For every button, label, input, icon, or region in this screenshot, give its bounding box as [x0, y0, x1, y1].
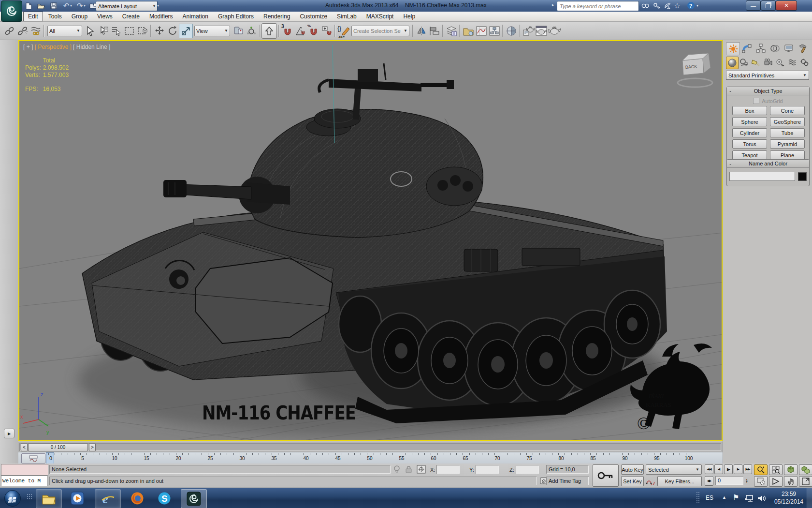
menu-simlab[interactable]: SimLab [333, 12, 361, 21]
absolute-offset-toggle-icon[interactable] [417, 465, 426, 475]
angle-snap-toggle-icon[interactable] [294, 24, 307, 38]
tray-expand-icon[interactable]: ▲ [722, 495, 726, 500]
subtab-space-warps[interactable] [786, 57, 798, 68]
viewcube[interactable]: BACK [678, 53, 712, 87]
perspective-viewport[interactable]: IÑAKI KARRAS © BACK x z y [ + ] [ Perspe… [18, 40, 723, 441]
previous-frame-playback-button[interactable]: ◀ [714, 464, 723, 474]
subscription-key-icon[interactable] [652, 1, 662, 10]
create-cylinder-button[interactable]: Cylinder [732, 128, 767, 137]
zoom-extents-button[interactable] [784, 464, 798, 475]
subtab-lights[interactable] [750, 57, 762, 68]
help-dropdown-arrow[interactable]: ▾ [695, 1, 700, 10]
toolbar-flyout-button[interactable]: ▾ [155, 1, 161, 10]
subtab-shapes[interactable] [738, 57, 750, 68]
go-to-start-button[interactable]: ◀◀ [705, 464, 713, 474]
autogrid-checkbox[interactable] [753, 98, 759, 104]
next-frame-button[interactable]: > [89, 443, 96, 451]
menu-help[interactable]: Help [399, 12, 420, 21]
edit-named-selection-sets-icon[interactable]: ABC {} [337, 24, 350, 38]
object-type-rollout-header[interactable]: - Object Type [727, 87, 809, 95]
key-mode-toggle-button[interactable]: ◀▶ [705, 476, 713, 486]
viewport-pov-menu[interactable]: [ Perspective ] [35, 44, 72, 50]
create-box-button[interactable]: Box [732, 106, 767, 115]
primitive-category-dropdown[interactable]: Standard Primitives ▼ [726, 71, 809, 80]
render-setup-icon[interactable] [522, 24, 535, 38]
create-geosphere-button[interactable]: GeoSphere [770, 117, 805, 126]
create-sphere-button[interactable]: Sphere [732, 117, 767, 126]
orbit-maximize-button[interactable] [799, 476, 812, 487]
network-icon[interactable] [744, 494, 754, 504]
go-to-end-button[interactable]: ▶▶ [743, 464, 752, 474]
subtab-helpers[interactable] [774, 57, 786, 68]
save-file-button[interactable] [48, 1, 59, 10]
menu-modifiers[interactable]: Modifiers [145, 12, 177, 21]
select-and-rotate-icon[interactable] [166, 24, 179, 38]
menu-views[interactable]: Views [93, 12, 117, 21]
taskbar-internet-explorer[interactable]: e [95, 489, 121, 508]
select-and-manipulate-icon[interactable] [245, 24, 258, 38]
time-configuration-button[interactable] [754, 476, 768, 487]
render-production-icon[interactable] [548, 24, 561, 38]
maxscript-listener-white[interactable]: Welcome to M [1, 476, 47, 486]
menu-rendering[interactable]: Rendering [259, 12, 294, 21]
zoom-extents-all-button[interactable] [799, 464, 812, 475]
rendered-frame-window-icon[interactable] [535, 24, 548, 38]
select-and-scale-icon[interactable] [179, 24, 193, 38]
subtab-geometry[interactable] [726, 57, 739, 69]
open-mini-curve-editor-button[interactable] [21, 453, 45, 463]
zoom-button[interactable] [754, 464, 768, 475]
reference-coordinate-dropdown[interactable]: View▼ [194, 26, 230, 36]
taskbar-firefox[interactable] [125, 489, 150, 508]
bind-to-space-warp-icon[interactable] [29, 24, 42, 38]
new-file-button[interactable] [23, 1, 34, 10]
communication-center-icon[interactable] [662, 1, 673, 10]
menu-create[interactable]: Create [118, 12, 144, 21]
tab-modify[interactable] [740, 42, 753, 54]
tab-motion[interactable] [768, 42, 781, 54]
favorites-star-icon[interactable]: ☆ [672, 1, 682, 10]
previous-frame-button[interactable]: < [21, 443, 28, 451]
key-mode-dropdown[interactable]: Selected▼ [646, 464, 702, 475]
open-file-button[interactable] [36, 1, 46, 10]
language-indicator[interactable]: ES [706, 494, 713, 501]
auto-key-button[interactable]: Auto Key [621, 464, 644, 475]
create-pyramid-button[interactable]: Pyramid [770, 139, 805, 149]
create-teapot-button[interactable]: Teapot [732, 150, 767, 160]
undo-dropdown-arrow[interactable]: ▾ [69, 1, 73, 10]
viewport-general-menu[interactable]: [ + ] [23, 44, 33, 50]
menu-group[interactable]: Group [67, 12, 92, 21]
unlink-selection-icon[interactable] [16, 24, 29, 38]
maxscript-mini-listener[interactable] [1, 464, 48, 476]
key-filters-button[interactable]: Key Filters... [657, 476, 702, 486]
taskbar-skype[interactable]: S [152, 489, 177, 508]
material-editor-icon[interactable] [505, 24, 518, 38]
menu-maxscript[interactable]: MAXScript [362, 12, 398, 21]
volume-icon[interactable] [757, 494, 767, 504]
object-name-input[interactable] [729, 172, 795, 181]
menu-customize[interactable]: Customize [295, 12, 332, 21]
subtab-systems[interactable] [798, 57, 810, 68]
taskbar-media-player[interactable] [65, 489, 90, 508]
current-frame-field[interactable]: 0 [715, 476, 743, 485]
taskbar-explorer[interactable] [36, 489, 62, 508]
search-input[interactable] [557, 3, 638, 9]
taskbar-clock[interactable]: 23:59 05/12/2014 [774, 490, 803, 506]
select-and-move-icon[interactable] [153, 24, 166, 38]
restore-button[interactable] [761, 0, 776, 11]
menu-edit[interactable]: Edit [23, 12, 43, 21]
layout-preset-dropdown[interactable]: Alternate Layout ▾ [96, 1, 158, 11]
create-plane-button[interactable]: Plane [770, 150, 805, 160]
close-button[interactable]: ✕ [776, 0, 797, 11]
expand-panel-button[interactable]: ▶ [4, 429, 14, 438]
create-tube-button[interactable]: Tube [770, 128, 805, 137]
subtab-cameras[interactable] [762, 57, 774, 68]
set-keys-button[interactable] [593, 464, 619, 487]
tank-model[interactable] [82, 45, 667, 423]
time-slider-thumb[interactable]: 0 / 100 [28, 443, 88, 451]
selection-lock-bulb-icon[interactable] [393, 465, 400, 475]
field-of-view-button[interactable] [769, 476, 783, 487]
show-desktop-button[interactable] [807, 488, 812, 508]
taskbar-3dsmax[interactable] [181, 489, 207, 508]
use-pivot-point-icon[interactable] [232, 24, 245, 38]
schematic-view-icon[interactable] [488, 24, 501, 38]
